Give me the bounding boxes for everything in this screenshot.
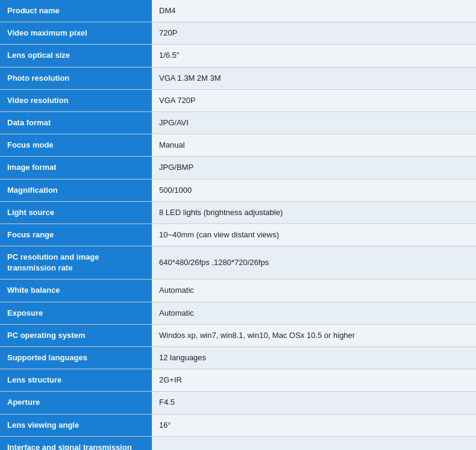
spec-label: Product name <box>0 0 152 22</box>
table-row: ApertureF4.5 <box>0 392 476 414</box>
table-row: Focus range10~40mm (can view distant vie… <box>0 223 476 246</box>
table-row: PC operating systemWindos xp, win7, win8… <box>0 324 476 346</box>
spec-label: Focus range <box>0 223 152 246</box>
spec-value: Automatic <box>152 302 476 324</box>
table-row: Lens structure2G+IR <box>0 369 476 392</box>
spec-value: 640*480/26fps ,1280*720/26fps <box>152 246 476 280</box>
spec-value: Micor/usb2.0 <box>152 436 476 450</box>
table-row: Light source8 LED lights (brightness adj… <box>0 201 476 223</box>
spec-value: VGA 1.3M 2M 3M <box>152 67 476 89</box>
spec-label: Lens optical size <box>0 45 152 67</box>
spec-label: PC resolution and image transmission rat… <box>0 246 152 280</box>
spec-value: 1/6.5" <box>152 45 476 67</box>
spec-value: Automatic <box>152 280 476 302</box>
table-row: Photo resolutionVGA 1.3M 2M 3M <box>0 67 476 89</box>
spec-label: Focus mode <box>0 134 152 157</box>
table-row: Supported languages12 languages <box>0 347 476 369</box>
table-row: Magnification500/1000 <box>0 179 476 201</box>
spec-value: 2G+IR <box>152 369 476 392</box>
table-row: White balanceAutomatic <box>0 280 476 302</box>
spec-label: Video maximum pixel <box>0 22 152 45</box>
spec-value: 8 LED lights (brightness adjustable) <box>152 201 476 223</box>
table-row: Lens viewing angle16° <box>0 414 476 436</box>
spec-value: 16° <box>152 414 476 436</box>
spec-label: Video resolution <box>0 89 152 111</box>
spec-label: PC operating system <box>0 324 152 346</box>
spec-label: Lens viewing angle <box>0 414 152 436</box>
spec-value: JPG/AVI <box>152 111 476 134</box>
table-row: Data formatJPG/AVI <box>0 111 476 134</box>
spec-value: Windos xp, win7, win8.1, win10, Mac OSx … <box>152 324 476 346</box>
table-row: PC resolution and image transmission rat… <box>0 246 476 280</box>
table-row: Video resolutionVGA 720P <box>0 89 476 111</box>
spec-label: Light source <box>0 201 152 223</box>
spec-label: Image format <box>0 157 152 179</box>
table-row: Interface and signal transmission method… <box>0 436 476 450</box>
spec-value: 720P <box>152 22 476 45</box>
spec-value: 12 languages <box>152 347 476 369</box>
spec-label: Magnification <box>0 179 152 201</box>
table-row: Video maximum pixel720P <box>0 22 476 45</box>
spec-label: White balance <box>0 280 152 302</box>
spec-label: Exposure <box>0 302 152 324</box>
spec-value: JPG/BMP <box>152 157 476 179</box>
spec-label: Interface and signal transmission method <box>0 436 152 450</box>
table-row: ExposureAutomatic <box>0 302 476 324</box>
table-row: Image formatJPG/BMP <box>0 157 476 179</box>
spec-value: Manual <box>152 134 476 157</box>
spec-value: 10~40mm (can view distant views) <box>152 223 476 246</box>
spec-value: VGA 720P <box>152 89 476 111</box>
spec-label: Lens structure <box>0 369 152 392</box>
spec-label: Aperture <box>0 392 152 414</box>
spec-label: Data format <box>0 111 152 134</box>
spec-label: Photo resolution <box>0 67 152 89</box>
spec-label: Supported languages <box>0 347 152 369</box>
spec-value: F4.5 <box>152 392 476 414</box>
specs-table: Product nameDM4Video maximum pixel720PLe… <box>0 0 476 450</box>
table-row: Lens optical size1/6.5" <box>0 45 476 67</box>
table-row: Product nameDM4 <box>0 0 476 22</box>
table-row: Focus modeManual <box>0 134 476 157</box>
spec-value: 500/1000 <box>152 179 476 201</box>
spec-value: DM4 <box>152 0 476 22</box>
